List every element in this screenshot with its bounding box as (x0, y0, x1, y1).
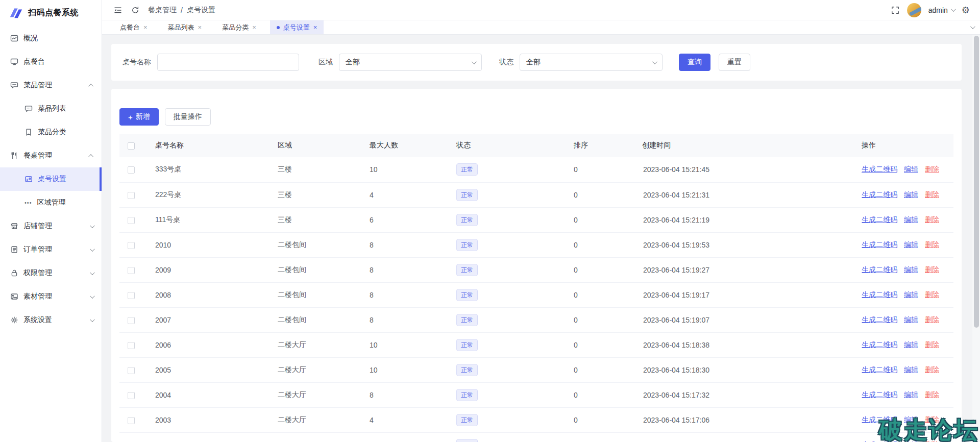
cell-table-name: 2010 (150, 232, 273, 257)
edit-link[interactable]: 编辑 (904, 390, 918, 399)
cell-sort: 0 (569, 332, 637, 357)
row-checkbox[interactable] (128, 267, 135, 274)
chat-lines-icon (10, 81, 18, 89)
fullscreen-icon[interactable] (891, 6, 900, 15)
tab-dish-list[interactable]: 菜品列表 × (161, 20, 209, 34)
edit-link[interactable]: 编辑 (904, 340, 918, 349)
edit-link[interactable]: 编辑 (904, 415, 918, 424)
cell-sort: 0 (569, 407, 637, 432)
sidebar-item-label: 店铺管理 (23, 222, 85, 231)
batch-actions-button[interactable]: 批量操作 (165, 108, 211, 126)
sidebar-item-table-management[interactable]: 餐桌管理 (0, 144, 102, 167)
user-menu[interactable]: admin (928, 6, 954, 14)
row-checkbox[interactable] (128, 292, 135, 299)
search-button[interactable]: 查询 (679, 54, 710, 71)
area-select[interactable]: 全部 (339, 54, 482, 71)
table-name-input[interactable] (157, 54, 299, 71)
edit-link[interactable]: 编辑 (904, 440, 918, 442)
tab-table-number-settings[interactable]: 桌号设置 × (270, 20, 324, 34)
delete-link[interactable]: 删除 (925, 340, 939, 349)
generate-qr-link[interactable]: 生成二维码 (862, 365, 897, 374)
cell-table-name: 333号桌 (150, 157, 273, 182)
edit-link[interactable]: 编辑 (904, 290, 918, 299)
sidebar-item-table-number-settings[interactable]: 桌号设置 (0, 167, 102, 191)
delete-link[interactable]: 删除 (925, 265, 939, 274)
sidebar-item-order-management[interactable]: 订单管理 (0, 238, 102, 261)
select-all-checkbox[interactable] (128, 142, 135, 150)
row-checkbox[interactable] (128, 367, 135, 374)
generate-qr-link[interactable]: 生成二维码 (862, 240, 897, 249)
breadcrumb-parent[interactable]: 餐桌管理 (148, 6, 177, 15)
edit-link[interactable]: 编辑 (904, 165, 918, 173)
tabs-overflow-chevron-icon[interactable] (970, 24, 975, 29)
delete-link[interactable]: 删除 (925, 290, 939, 299)
generate-qr-link[interactable]: 生成二维码 (862, 390, 897, 399)
row-checkbox[interactable] (128, 342, 135, 349)
generate-qr-link[interactable]: 生成二维码 (862, 215, 897, 224)
topbar-right: admin ⚙ (891, 3, 970, 17)
generate-qr-link[interactable]: 生成二维码 (862, 415, 897, 424)
row-checkbox[interactable] (128, 317, 135, 324)
close-icon[interactable]: × (198, 24, 202, 31)
sidebar-item-dish-category[interactable]: 菜品分类 (0, 120, 102, 144)
refresh-icon[interactable] (131, 6, 140, 15)
delete-link[interactable]: 删除 (925, 365, 939, 374)
generate-qr-link[interactable]: 生成二维码 (862, 190, 897, 199)
sidebar-item-permission-management[interactable]: 权限管理 (0, 261, 102, 285)
edit-link[interactable]: 编辑 (904, 240, 918, 249)
delete-link[interactable]: 删除 (925, 390, 939, 399)
delete-link[interactable]: 删除 (925, 190, 939, 199)
edit-link[interactable]: 编辑 (904, 190, 918, 199)
scrollbar-thumb[interactable] (974, 36, 979, 328)
edit-link[interactable]: 编辑 (904, 265, 918, 274)
row-checkbox[interactable] (128, 217, 135, 224)
sidebar-item-area-management[interactable]: ••• 区域管理 (0, 191, 102, 214)
tab-order-station[interactable]: 点餐台 × (113, 20, 154, 34)
generate-qr-link[interactable]: 生成二维码 (862, 315, 897, 324)
row-checkbox[interactable] (128, 417, 135, 424)
sidebar-item-label: 菜品分类 (38, 128, 93, 137)
generate-qr-link[interactable]: 生成二维码 (862, 165, 897, 173)
add-button[interactable]: + 新增 (119, 108, 159, 126)
sidebar-item-system-settings[interactable]: 系统设置 (0, 308, 102, 332)
row-checkbox[interactable] (128, 166, 135, 174)
delete-link[interactable]: 删除 (925, 165, 939, 173)
delete-link[interactable]: 删除 (925, 415, 939, 424)
sidebar-item-shop-management[interactable]: 店铺管理 (0, 214, 102, 238)
chevron-up-icon (88, 154, 93, 159)
collapse-sidebar-icon[interactable] (113, 6, 122, 15)
row-checkbox[interactable] (128, 242, 135, 249)
cell-created: 2023-06-04 15:18:30 (637, 357, 856, 382)
sidebar-item-overview[interactable]: 概况 (0, 27, 102, 50)
generate-qr-link[interactable]: 生成二维码 (862, 290, 897, 299)
settings-gear-icon[interactable]: ⚙ (962, 6, 970, 15)
sidebar-item-dish-list[interactable]: 菜品列表 (0, 97, 102, 120)
sidebar-item-material-management[interactable]: 素材管理 (0, 285, 102, 308)
close-icon[interactable]: × (252, 24, 256, 31)
delete-link[interactable]: 删除 (925, 315, 939, 324)
status-label: 状态 (499, 58, 513, 67)
delete-link[interactable]: 删除 (925, 240, 939, 249)
cell-table-name: 2003 (150, 407, 273, 432)
row-checkbox[interactable] (128, 392, 135, 399)
sidebar-item-order-station[interactable]: 点餐台 (0, 50, 102, 73)
status-select[interactable]: 全部 (520, 54, 663, 71)
delete-link[interactable]: 删除 (925, 215, 939, 224)
cell-created: 2023-06-04 15:19:17 (637, 282, 856, 307)
edit-link[interactable]: 编辑 (904, 365, 918, 374)
edit-link[interactable]: 编辑 (904, 215, 918, 224)
sidebar-item-dish-management[interactable]: 菜品管理 (0, 73, 102, 97)
close-icon[interactable]: × (313, 24, 317, 31)
edit-link[interactable]: 编辑 (904, 315, 918, 324)
generate-qr-link[interactable]: 生成二维码 (862, 440, 897, 442)
generate-qr-link[interactable]: 生成二维码 (862, 265, 897, 274)
tab-dish-category[interactable]: 菜品分类 × (215, 20, 263, 34)
close-icon[interactable]: × (143, 24, 148, 31)
sidebar-item-label: 订单管理 (23, 245, 85, 254)
status-badge: 正常 (456, 364, 478, 376)
reset-button[interactable]: 重置 (719, 54, 750, 71)
user-avatar[interactable] (907, 3, 921, 17)
delete-link[interactable]: 删除 (925, 440, 939, 442)
row-checkbox[interactable] (128, 192, 135, 199)
generate-qr-link[interactable]: 生成二维码 (862, 340, 897, 349)
